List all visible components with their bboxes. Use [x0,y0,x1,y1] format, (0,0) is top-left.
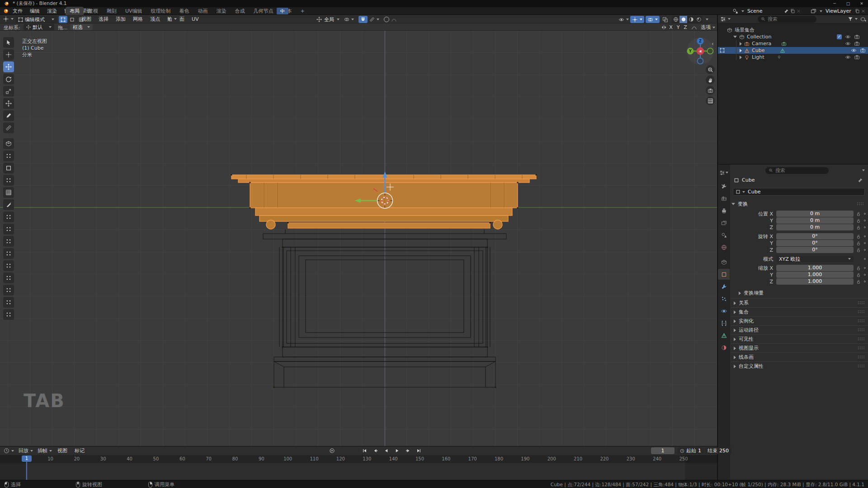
animate-dot[interactable] [864,213,866,215]
lock-open-icon[interactable] [855,218,862,223]
animate-dot[interactable] [864,249,866,251]
lock-open-icon[interactable] [855,241,862,246]
close-button[interactable]: ✕ [855,0,868,7]
xray-toggle[interactable] [662,17,668,23]
workspace-tab-动画[interactable]: 动画 [194,7,212,15]
drag-handle[interactable] [858,328,865,332]
jump-to-start-button[interactable] [360,447,369,454]
pan-button[interactable] [706,75,715,84]
menu-文件[interactable]: 文件 [9,8,26,14]
play-reverse-button[interactable] [382,447,391,454]
drag-handle[interactable] [858,356,865,359]
tab-view-layer[interactable] [718,217,730,228]
play-button[interactable] [392,447,402,454]
shading-options-dropdown[interactable] [706,19,708,20]
panel-可见性[interactable]: 可见性 [730,334,868,343]
tab-collection[interactable] [718,257,730,267]
workspace-tab-合成[interactable]: 合成 [231,7,249,15]
tool-shrink-flatten-button[interactable] [3,260,14,271]
animate-dot[interactable] [864,242,866,244]
timeline-track-area[interactable] [0,463,717,480]
next-keyframe-button[interactable] [403,447,413,454]
mode-dropdown[interactable]: 编辑模式 [15,16,57,23]
orientation-dropdown[interactable]: 全局 [316,16,340,23]
tool-move-button[interactable] [3,61,14,72]
drag-handle[interactable] [857,202,864,206]
drag-handle[interactable] [858,365,865,368]
edge-select-button[interactable] [68,16,76,23]
viewlayer-selector[interactable]: ViewLayer [811,8,865,14]
lock-open-icon[interactable] [855,266,862,271]
drag-handle[interactable] [858,338,865,341]
editor-type-button[interactable] [3,16,14,22]
properties-editor-type-button[interactable] [718,167,730,178]
animate-dot[interactable] [864,281,866,282]
prev-keyframe-button[interactable] [371,447,380,454]
eye-icon[interactable] [845,34,851,40]
overlays-dropdown[interactable] [646,16,660,23]
checkbox-icon[interactable]: ✓ [837,34,842,39]
box-select-dropdown[interactable]: 框选 [70,24,93,30]
viewport-menu-顶点[interactable]: 顶点 [146,16,164,23]
object-name-value[interactable]: Cube [748,189,760,195]
viewport-menu-UV[interactable]: UV [188,16,203,22]
proportional-toggle[interactable] [384,17,389,22]
expand-icon[interactable] [740,56,742,59]
lock-open-icon[interactable] [855,234,862,239]
tool-transform-button[interactable] [3,98,14,109]
pin-icon[interactable] [784,9,789,14]
remove-viewlayer-icon[interactable] [861,9,865,13]
lock-open-icon[interactable] [855,272,862,277]
tab-tool[interactable] [718,181,730,192]
lock-open-icon[interactable] [855,248,862,253]
coord-system-dropdown[interactable]: 默认 [24,24,54,30]
blender-menu-icon[interactable] [3,8,9,14]
tab-object[interactable] [718,269,730,280]
zoom-button[interactable] [706,65,715,74]
ortho-toggle-button[interactable] [706,96,715,105]
value-field[interactable]: 0 m [776,211,854,217]
delta-transform-panel[interactable]: 变换增量 [739,290,865,296]
viewlayer-name[interactable]: ViewLayer [826,8,854,14]
viewport-menu-网格[interactable]: 网格 [129,16,146,23]
panel-线条画[interactable]: 线条画 [730,352,868,361]
render-camera-icon[interactable] [854,41,860,47]
viewport-menu-面[interactable]: 面 [176,16,188,23]
value-field[interactable]: 0° [776,247,854,253]
panel-运动路径[interactable]: 运动路径 [730,325,868,334]
navigation-gizmo[interactable]: Z Y -X [686,37,715,66]
pin-icon[interactable] [858,178,863,183]
tool-smooth-button[interactable] [3,236,14,247]
scene-mesh[interactable] [0,31,717,446]
playback-menu[interactable]: 回放 [19,447,33,454]
playhead-badge[interactable]: 1 [22,455,32,462]
tool-annotate-button[interactable] [3,110,14,121]
lock-open-icon[interactable] [855,225,862,230]
delete-scene-icon[interactable] [797,9,801,13]
scene-name[interactable]: Scene [747,8,783,14]
tool-fallback-dropdown[interactable] [166,16,177,22]
shading-material-button[interactable] [687,16,695,23]
animate-dot[interactable] [864,235,866,237]
rotation-mode-dropdown[interactable]: XYZ 欧拉 [776,256,854,262]
shading-solid-button[interactable] [679,16,687,23]
expand-icon[interactable] [740,42,742,46]
value-field[interactable]: 1.000 [776,265,854,271]
shading-rendered-button[interactable] [695,16,703,23]
value-field[interactable]: 0 m [776,217,854,224]
object-name-field[interactable]: Cube [733,188,865,196]
mirror-y-button[interactable]: Y [675,24,681,31]
workspace-tab-建模[interactable]: 建模 [84,7,102,15]
camera-view-button[interactable] [706,86,715,95]
tool-bevel-button[interactable] [3,175,14,186]
tool-knife-button[interactable] [3,199,14,210]
eye-icon[interactable] [845,54,851,60]
tool-poly-build-button[interactable] [3,211,14,222]
viewport-menu-添加[interactable]: 添加 [112,16,129,23]
jump-to-end-button[interactable] [414,447,424,454]
workspace-tab-纹理绘制[interactable]: 纹理绘制 [147,7,175,15]
animate-dot[interactable] [864,274,866,276]
tool-shear-button[interactable] [3,272,14,283]
tool-measure-button[interactable] [3,122,14,133]
start-frame-field[interactable]: 起始 1 [677,447,704,454]
